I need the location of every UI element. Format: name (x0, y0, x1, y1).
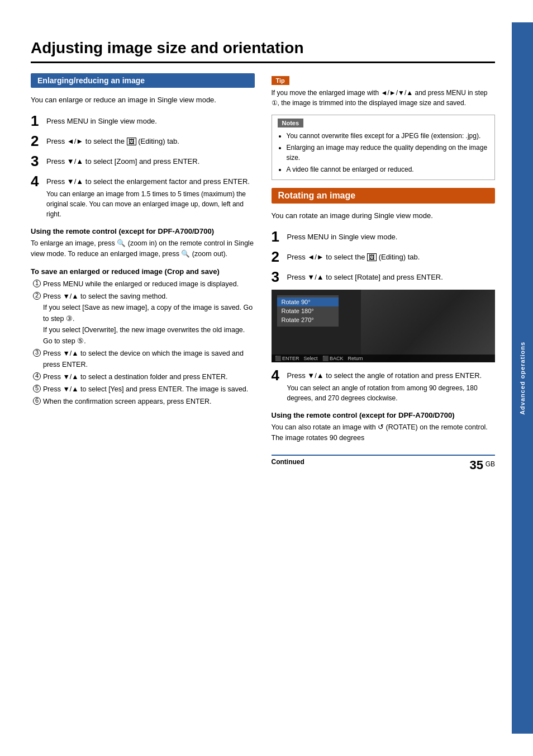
sidebar: Advanced operations (512, 22, 533, 734)
notes-list: You cannot overwrite files except for a … (278, 131, 489, 174)
enter-label: ⬛ ENTER (275, 356, 299, 361)
continued-label: Continued (272, 458, 304, 466)
subsection1-title: Using the remote control (except for DPF… (31, 227, 255, 235)
tip-text: If you move the enlarged image with ◄/►/… (272, 88, 496, 108)
rotate-step-3: 3 Press ▼/▲ to select [Rotate] and press… (272, 270, 496, 284)
crop-save-steps: 1 Press MENU while the enlarged or reduc… (33, 278, 255, 407)
note-3: A video file cannot be enlarged or reduc… (287, 164, 489, 174)
step-3-num: 3 (31, 154, 43, 168)
back-label: ⬛ BACK (322, 356, 344, 361)
screenshot-background (361, 290, 495, 362)
page-number-area: Continued 35 GB (272, 455, 496, 472)
rotate-subsection-text: You can also rotate an image with ↺ (ROT… (272, 422, 496, 443)
step-2-text: Press ◄/► to select the 🖼 (Editing) tab. (46, 134, 179, 147)
step-1-num: 1 (31, 114, 43, 128)
page-number: 35 (470, 458, 483, 472)
rotate-step-1: 1 Press MENU in Single view mode. (272, 229, 496, 244)
step-2: 2 Press ◄/► to select the 🖼 (Editing) ta… (31, 134, 255, 148)
right-column: Tip If you move the enlarged image with … (272, 73, 496, 472)
step-4-num: 4 (31, 174, 43, 188)
subsection2-title: To save an enlarged or reduced image (Cr… (31, 267, 255, 276)
left-column: Enlarging/reducing an image You can enla… (31, 73, 255, 472)
notes-box: Notes You cannot overwrite files except … (272, 115, 496, 180)
note-1: You cannot overwrite files except for a … (287, 131, 489, 141)
rotate-step-2: 2 Press ◄/► to select the 🖼 (Editing) ta… (272, 249, 496, 264)
select-label: Select (304, 356, 318, 361)
rotate-step-4-text: Press ▼/▲ to select the angle of rotatio… (287, 368, 496, 404)
rotate-step-1-text: Press MENU in Single view mode. (287, 229, 398, 243)
rotate-step-4-num: 4 (272, 368, 284, 382)
page-title: Adjusting image size and orientation (31, 39, 495, 63)
enlarging-section-header: Enlarging/reducing an image (31, 73, 255, 88)
circle-step-2: 2 Press ▼/▲ to select the saving method.… (33, 291, 255, 347)
step-4-text: Press ▼/▲ to select the enlargement fact… (46, 174, 255, 220)
rotating-section-header: Rotating an image (272, 188, 496, 204)
tip-header: Tip (272, 76, 289, 85)
screenshot-bottom-bar: ⬛ ENTER Select ⬛ BACK Return (272, 355, 496, 362)
rotate-step-4: 4 Press ▼/▲ to select the angle of rotat… (272, 368, 496, 404)
enlarging-intro: You can enlarge or reduce an image in Si… (31, 94, 255, 106)
rotating-intro: You can rotate an image during Single vi… (272, 210, 496, 221)
return-label: Return (348, 356, 363, 361)
rotate-screenshot: Rotate 90° Rotate 180° Rotate 270° ⬛ ENT… (272, 290, 496, 362)
circle-step-1: 1 Press MENU while the enlarged or reduc… (33, 278, 255, 290)
step-1-text: Press MENU in Single view mode. (46, 114, 157, 127)
circle-step-3: 3 Press ▼/▲ to select the device on whic… (33, 348, 255, 370)
rotate-menu: Rotate 90° Rotate 180° Rotate 270° (277, 295, 339, 327)
menu-item-rotate270: Rotate 270° (277, 315, 339, 324)
step-1: 1 Press MENU in Single view mode. (31, 114, 255, 128)
sidebar-label: Advanced operations (519, 342, 526, 415)
rotate-step-2-text: Press ◄/► to select the 🖼 (Editing) tab. (287, 249, 420, 263)
menu-item-rotate90: Rotate 90° (277, 297, 339, 306)
rotate-subsection-title: Using the remote control (except for DPF… (272, 411, 496, 419)
menu-item-rotate180: Rotate 180° (277, 306, 339, 315)
step-4: 4 Press ▼/▲ to select the enlargement fa… (31, 174, 255, 220)
rotate-step-3-num: 3 (272, 270, 284, 284)
step-3-text: Press ▼/▲ to select [Zoom] and press ENT… (46, 154, 199, 167)
circle-step-5: 5 Press ▼/▲ to select [Yes] and press EN… (33, 384, 255, 395)
page-number-suffix: GB (486, 460, 495, 467)
rotate-step-2-num: 2 (272, 249, 284, 264)
subsection1-text: To enlarge an image, press 🔍 (zoom in) o… (31, 238, 255, 259)
note-2: Enlarging an image may reduce the qualit… (287, 143, 489, 163)
circle-step-6: 6 When the confirmation screen appears, … (33, 396, 255, 407)
rotate-step-3-text: Press ▼/▲ to select [Rotate] and press E… (287, 270, 443, 283)
notes-header: Notes (278, 119, 304, 127)
circle-step-4: 4 Press ▼/▲ to select a destination fold… (33, 371, 255, 382)
rotate-step-1-num: 1 (272, 229, 284, 244)
step-3: 3 Press ▼/▲ to select [Zoom] and press E… (31, 154, 255, 168)
tip-box: Tip If you move the enlarged image with … (272, 76, 496, 108)
step-2-num: 2 (31, 134, 43, 148)
